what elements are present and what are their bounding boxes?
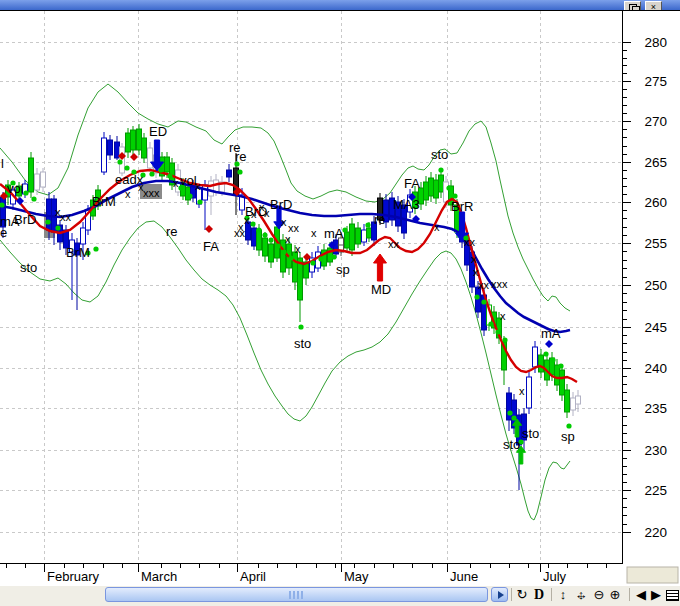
candle-body xyxy=(367,228,372,238)
price-axis-label: 260 xyxy=(644,195,667,210)
candle-body xyxy=(560,370,565,395)
signal-label: sto xyxy=(20,260,37,275)
x-signal-label: x xyxy=(173,177,179,189)
green-dot-marker xyxy=(481,299,486,304)
right-arrow-icon xyxy=(498,591,504,599)
candle-body xyxy=(269,244,274,262)
list-glyph xyxy=(666,590,679,601)
data-mode-icon[interactable]: D xyxy=(530,586,548,603)
green-dot-marker xyxy=(288,255,293,260)
signal-label: BrM xyxy=(66,245,90,260)
signal-label: BrM xyxy=(92,194,116,209)
candle-body xyxy=(356,228,361,244)
price-axis-label: 280 xyxy=(644,35,667,50)
candle-body xyxy=(362,230,367,242)
x-signal-label: xx xyxy=(234,227,246,239)
green-dot-marker xyxy=(365,222,370,227)
bottom-toolbar: ↻D↕↔↕⊖⊕◀▶ xyxy=(0,586,680,606)
price-axis-label: 245 xyxy=(644,320,667,335)
candle-body xyxy=(41,172,46,187)
candle-body xyxy=(345,232,350,248)
green-dot-marker xyxy=(566,423,571,428)
candle-body xyxy=(263,238,268,256)
candle-body xyxy=(102,138,107,172)
candle-body xyxy=(203,185,208,200)
x-signal-label: x xyxy=(285,233,291,245)
price-axis-label: 220 xyxy=(644,525,667,540)
signal-label: FA xyxy=(203,239,219,254)
signal-label: BrD xyxy=(14,212,36,227)
signal-label: sto xyxy=(522,426,539,441)
candle-body xyxy=(507,393,512,420)
green-dot-marker xyxy=(488,321,493,326)
candle-body xyxy=(350,224,355,250)
x-signal-label: x xyxy=(500,310,506,322)
green-dot-marker xyxy=(281,249,286,254)
green-dot-marker xyxy=(149,171,154,176)
price-axis-label: 240 xyxy=(644,361,667,376)
green-dot-marker xyxy=(495,329,500,334)
green-dot-marker xyxy=(543,351,548,356)
green-dot-marker xyxy=(31,196,36,201)
candle-body xyxy=(29,158,34,192)
candle-body xyxy=(148,148,153,168)
month-axis-label: February xyxy=(47,569,100,584)
signal-label: l xyxy=(1,156,4,171)
signal-label: sp xyxy=(561,429,575,444)
candle-body xyxy=(439,175,444,192)
window-titlebar[interactable]: × xyxy=(0,0,680,10)
green-dot-marker xyxy=(187,193,192,198)
restore-window-button[interactable] xyxy=(624,1,641,10)
candle-body xyxy=(539,355,544,372)
close-window-button[interactable]: × xyxy=(645,1,662,10)
toolbar-separator xyxy=(511,588,512,601)
green-dot-marker xyxy=(474,294,479,299)
price-axis-label: 255 xyxy=(644,236,667,251)
candle-body xyxy=(209,181,214,196)
zoom-in-icon[interactable]: ⊕ xyxy=(606,586,624,603)
price-chart-canvas[interactable]: lvolmABrDestoBrMxxxBrMeadxxxEDvolxxxxreF… xyxy=(0,10,680,586)
month-axis-label: April xyxy=(240,569,266,584)
signal-label: sto xyxy=(503,437,520,452)
x-signal-label: x xyxy=(281,216,287,228)
green-dot-marker xyxy=(558,363,563,368)
pan-icon[interactable]: ↔↕ xyxy=(572,586,590,603)
candlestick xyxy=(527,371,532,414)
signal-label: re xyxy=(166,224,178,239)
green-dot-marker xyxy=(117,159,122,164)
vertical-scale-icon[interactable]: ↕ xyxy=(554,586,572,603)
x-signal-label: xxx xyxy=(143,187,160,199)
x-signal-label: xx xyxy=(478,279,490,291)
x-signal-label: x xyxy=(519,385,525,397)
scrollbar-thumb[interactable] xyxy=(105,587,488,602)
x-signal-label: x xyxy=(244,214,250,226)
chart-list-icon[interactable] xyxy=(663,586,680,603)
green-dot-marker xyxy=(507,410,512,415)
x-signal-label: x xyxy=(251,208,257,220)
green-dot-marker xyxy=(197,199,202,204)
green-dot-marker xyxy=(45,219,50,224)
x-signal-label: xxx xyxy=(491,278,508,290)
green-dot-marker xyxy=(502,337,507,342)
candle-body xyxy=(165,157,170,172)
refresh-icon[interactable]: ↻ xyxy=(513,586,531,603)
candle-body xyxy=(555,365,560,385)
price-axis-label: 235 xyxy=(644,401,667,416)
month-axis-label: June xyxy=(450,569,478,584)
green-dot-marker xyxy=(250,221,255,226)
signal-label: FA xyxy=(404,176,420,191)
signal-label: mA xyxy=(541,326,561,341)
price-axis-label: 230 xyxy=(644,443,667,458)
candle-body xyxy=(47,199,52,230)
signal-label: mA xyxy=(324,226,344,241)
scroll-right-button[interactable] xyxy=(491,587,508,602)
price-axis-label: 275 xyxy=(644,74,667,89)
price-axis-label: 265 xyxy=(644,155,667,170)
candle-body xyxy=(434,180,439,198)
green-dot-marker xyxy=(275,243,280,248)
signal-label: MA3 xyxy=(393,197,420,212)
signal-label: re xyxy=(374,212,386,227)
green-dot-marker xyxy=(438,167,443,172)
x-signal-label: x xyxy=(473,266,479,278)
candlestick xyxy=(560,364,565,401)
